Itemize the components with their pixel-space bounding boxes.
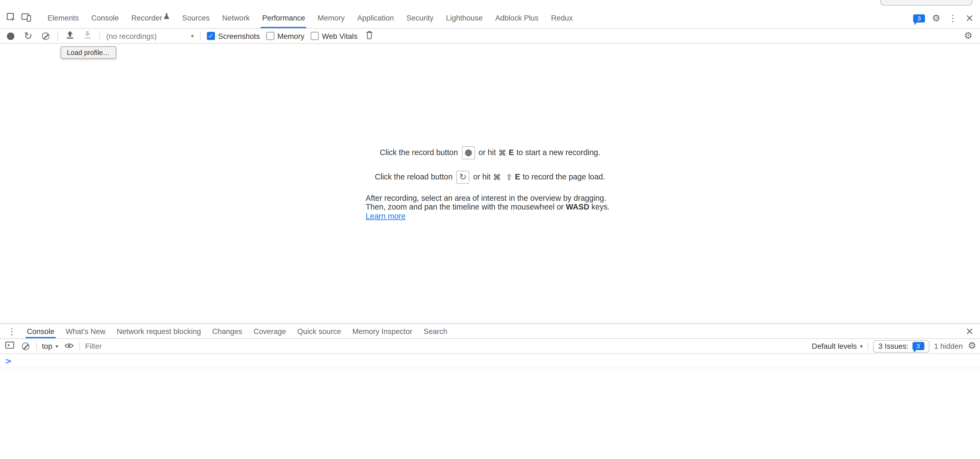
or-hit-text: or hit <box>473 173 491 182</box>
main-toolbar-right: 3 ⚙ ⋮ × <box>913 13 980 23</box>
tab-label: Lighthouse <box>446 14 483 22</box>
log-levels-select[interactable]: Default levels ▾ <box>812 342 863 351</box>
drawer-tab-label: Changes <box>212 327 242 335</box>
console-filter-input[interactable] <box>85 342 807 351</box>
chevron-down-icon: ▾ <box>56 343 58 349</box>
console-prompt-row[interactable]: > <box>0 354 980 368</box>
main-toolbar: Elements Console Recorder Sources Networ… <box>0 0 980 29</box>
drawer-tab-whats-new[interactable]: What’s New <box>60 324 111 338</box>
upload-arrow-icon <box>65 30 75 41</box>
garbage-collect-button[interactable] <box>364 30 375 41</box>
reload-and-record-button[interactable]: ↻ <box>22 30 33 41</box>
console-sidebar-icon <box>5 341 14 351</box>
web-vitals-checkbox[interactable]: ✓ <box>310 32 319 40</box>
drawer-tab-console[interactable]: Console <box>21 324 60 338</box>
reload-instruction-row: Click the reload button ↻ or hit ⌘ ⇧ E t… <box>375 171 605 183</box>
tab-elements[interactable]: Elements <box>41 8 85 28</box>
console-settings-gear-icon[interactable]: ⚙ <box>968 341 977 351</box>
drawer-tab-label: What’s New <box>65 327 105 335</box>
learn-more-link[interactable]: Learn more <box>366 212 406 220</box>
reload-instruction-pre: Click the reload button <box>375 173 453 182</box>
hint-tail: keys. <box>592 203 610 212</box>
issues-counter-icon: 3 <box>912 342 924 350</box>
reload-instruction-post: to record the page load. <box>523 173 605 182</box>
memory-checkbox-group[interactable]: ✓ Memory <box>266 32 304 40</box>
screenshots-checkbox-group[interactable]: ✓ Screenshots <box>207 32 260 40</box>
issues-counter-icon[interactable]: 3 <box>913 14 925 22</box>
more-options-kebab-icon[interactable]: ⋮ <box>947 14 958 22</box>
clear-console-button[interactable] <box>20 341 31 352</box>
capture-settings-gear-icon[interactable]: ⚙ <box>964 31 973 40</box>
inline-reload-button[interactable]: ↻ <box>457 171 469 183</box>
cmd-key-glyph: ⌘ <box>493 172 501 182</box>
tab-label: Adblock Plus <box>495 14 539 22</box>
reload-icon: ↻ <box>24 31 33 41</box>
tab-memory[interactable]: Memory <box>312 8 351 28</box>
device-toolbar-button[interactable] <box>19 11 34 26</box>
chevron-down-icon: ▾ <box>191 33 194 39</box>
trash-icon <box>366 30 373 41</box>
tab-console[interactable]: Console <box>85 8 125 28</box>
issues-counter-button[interactable]: 3 Issues: 3 <box>873 340 929 352</box>
tab-adblock-plus[interactable]: Adblock Plus <box>489 8 545 28</box>
tab-label: Performance <box>262 14 305 22</box>
wasd-keys-text: WASD <box>566 203 589 212</box>
drawer-tab-search[interactable]: Search <box>418 324 453 338</box>
drawer-tab-network-request-blocking[interactable]: Network request blocking <box>111 324 207 338</box>
load-profile-tooltip: Load profile… <box>61 46 116 59</box>
recordings-history-select[interactable]: (no recordings) ▾ <box>107 32 194 40</box>
screenshots-checkbox[interactable]: ✓ <box>207 32 215 40</box>
tab-label: Recorder <box>131 14 162 22</box>
settings-gear-icon[interactable]: ⚙ <box>932 13 940 23</box>
memory-checkbox-label: Memory <box>277 32 304 40</box>
tab-application[interactable]: Application <box>351 8 400 28</box>
drawer-tab-quick-source[interactable]: Quick source <box>292 324 347 338</box>
device-toolbar-icon <box>21 13 32 24</box>
load-profile-button[interactable] <box>64 30 75 41</box>
record-button[interactable] <box>5 30 16 41</box>
inspect-element-button[interactable] <box>4 11 19 26</box>
record-icon <box>465 149 472 156</box>
record-instruction-pre: Click the record button <box>380 148 458 157</box>
performance-panel-empty-state: Click the record button or hit ⌘ E to st… <box>0 44 980 324</box>
drawer: ⋮ Console What’s New Network request blo… <box>0 324 980 459</box>
web-vitals-checkbox-group[interactable]: ✓ Web Vitals <box>310 32 357 40</box>
drawer-tab-memory-inspector[interactable]: Memory Inspector <box>347 324 418 338</box>
console-toolbar: top ▾ Default levels ▾ 3 Issues: <box>0 339 980 354</box>
tab-redux[interactable]: Redux <box>545 8 579 28</box>
close-devtools-icon[interactable]: × <box>965 13 974 23</box>
drawer-tab-label: Search <box>423 327 447 335</box>
tab-label: Application <box>357 14 394 22</box>
screenshots-checkbox-label: Screenshots <box>218 32 260 40</box>
tab-lighthouse[interactable]: Lighthouse <box>440 8 489 28</box>
drawer-more-tabs-kebab-icon[interactable]: ⋮ <box>2 327 21 335</box>
shift-key-glyph: ⇧ <box>506 172 512 182</box>
create-live-expression-button[interactable] <box>63 341 75 352</box>
drawer-tab-coverage[interactable]: Coverage <box>248 324 292 338</box>
console-sidebar-toggle-button[interactable] <box>4 341 15 352</box>
tab-label: Elements <box>48 14 79 22</box>
clear-recordings-button[interactable] <box>40 30 51 41</box>
tab-network[interactable]: Network <box>216 8 256 28</box>
tab-security[interactable]: Security <box>400 8 440 28</box>
drawer-tab-changes[interactable]: Changes <box>207 324 248 338</box>
download-arrow-icon <box>83 30 92 41</box>
record-icon <box>7 32 14 40</box>
drawer-tab-label: Console <box>27 327 54 335</box>
tab-label: Memory <box>318 14 345 22</box>
cmd-key-glyph: ⌘ <box>498 148 506 157</box>
performance-toolbar: ↻ (no recordings) ▾ <box>0 29 980 44</box>
execution-context-value: top <box>42 342 52 351</box>
tab-performance[interactable]: Performance <box>256 8 312 28</box>
execution-context-select[interactable]: top ▾ <box>42 342 58 351</box>
tab-recorder[interactable]: Recorder <box>125 8 176 28</box>
log-levels-value: Default levels <box>812 342 857 351</box>
drawer-tab-label: Quick source <box>297 327 341 335</box>
memory-checkbox[interactable]: ✓ <box>266 32 274 40</box>
close-drawer-icon[interactable]: × <box>959 326 980 336</box>
recordings-select-value: (no recordings) <box>107 32 157 40</box>
drawer-tab-label: Network request blocking <box>117 327 201 335</box>
save-profile-button[interactable] <box>82 30 93 41</box>
tab-sources[interactable]: Sources <box>176 8 216 28</box>
inline-record-button[interactable] <box>461 146 475 159</box>
